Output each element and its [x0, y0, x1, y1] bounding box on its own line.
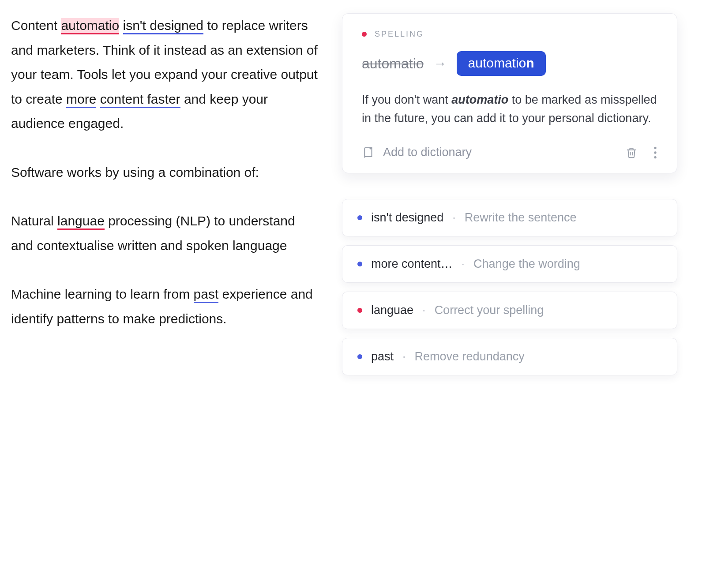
mini-hint: Correct your spelling: [435, 303, 544, 317]
suggestion-card-header: SPELLING: [362, 30, 657, 39]
clarity-flag-isnt-designed[interactable]: isn't designed: [123, 18, 204, 34]
separator-dot-icon: ·: [452, 211, 456, 225]
mini-term: past: [371, 350, 394, 363]
separator-dot-icon: ·: [462, 257, 465, 271]
correction-row: automatio → automation: [362, 51, 657, 76]
category-dot-icon: [357, 215, 362, 220]
apply-correction-button[interactable]: automation: [457, 51, 546, 76]
text: [119, 18, 123, 33]
mini-term: isn't designed: [371, 211, 443, 225]
mini-suggestion-card[interactable]: isn't designed·Rewrite the sentence: [342, 199, 677, 236]
spelling-error-languae[interactable]: languae: [57, 213, 105, 230]
category-dot-icon: [362, 32, 367, 37]
trash-icon: [625, 146, 638, 160]
svg-point-0: [654, 146, 656, 149]
spelling-error-automatio[interactable]: automatio: [61, 18, 119, 34]
arrow-right-icon: →: [434, 56, 447, 71]
kebab-icon: [653, 146, 657, 160]
text: Content: [11, 18, 61, 33]
separator-dot-icon: ·: [402, 350, 406, 363]
text: Natural: [11, 213, 57, 228]
incorrect-word: automatio: [362, 56, 424, 72]
mini-term: languae: [371, 303, 413, 317]
suggestion-explanation: If you don't want automatio to be marked…: [362, 91, 657, 128]
category-dot-icon: [357, 354, 362, 359]
editor-paragraph[interactable]: Content automatio isn't designed to repl…: [11, 13, 320, 136]
editor-pane[interactable]: Content automatio isn't designed to repl…: [11, 13, 320, 575]
editor-paragraph[interactable]: Natural languae processing (NLP) to unde…: [11, 209, 320, 258]
mini-hint: Remove redundancy: [415, 350, 525, 363]
mini-hint: Rewrite the sentence: [465, 211, 577, 225]
clarity-flag-more[interactable]: more: [66, 92, 96, 108]
editor-paragraph[interactable]: Machine learning to learn from past expe…: [11, 282, 320, 331]
more-options-button[interactable]: [653, 146, 657, 160]
mini-term: more content…: [371, 257, 453, 271]
suggestion-category: SPELLING: [375, 30, 424, 39]
editor-paragraph[interactable]: Software works by using a combination of…: [11, 160, 320, 185]
mini-suggestion-card[interactable]: languae·Correct your spelling: [342, 292, 677, 329]
correction-bold: n: [526, 56, 534, 70]
svg-point-1: [654, 151, 656, 154]
correction-base: automatio: [468, 56, 526, 70]
add-to-dictionary-label: Add to dictionary: [383, 146, 472, 159]
svg-point-2: [654, 156, 656, 158]
suggestions-panel: SPELLING automatio → automation If you d…: [342, 13, 677, 575]
mini-suggestions-list: isn't designed·Rewrite the sentencemore …: [342, 199, 677, 375]
suggestion-card-expanded[interactable]: SPELLING automatio → automation If you d…: [342, 13, 677, 173]
category-dot-icon: [357, 262, 362, 266]
dictionary-add-icon: [362, 146, 375, 159]
dismiss-suggestion-button[interactable]: [625, 146, 638, 160]
suggestion-card-footer: Add to dictionary: [362, 146, 657, 160]
add-to-dictionary-button[interactable]: Add to dictionary: [362, 146, 616, 159]
explain-word: automatio: [451, 93, 508, 106]
mini-hint: Change the wording: [473, 257, 580, 271]
separator-dot-icon: ·: [422, 303, 426, 317]
clarity-flag-past[interactable]: past: [194, 287, 219, 303]
mini-suggestion-card[interactable]: past·Remove redundancy: [342, 338, 677, 375]
text: Machine learning to learn from: [11, 287, 194, 301]
clarity-flag-content-faster[interactable]: content faster: [100, 92, 180, 108]
mini-suggestion-card[interactable]: more content…·Change the wording: [342, 245, 677, 283]
category-dot-icon: [357, 308, 362, 313]
text: [96, 92, 100, 106]
text: If you don't want: [362, 93, 451, 106]
